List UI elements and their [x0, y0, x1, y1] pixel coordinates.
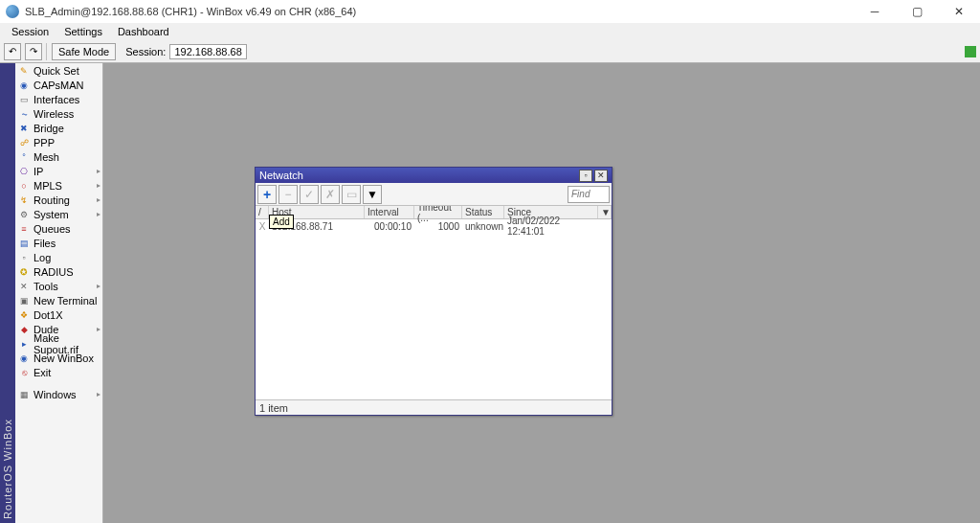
sidebar-item-make-supout-rif[interactable]: ▸Make Supout.rif: [15, 336, 102, 351]
sidebar-item-label: Exit: [33, 367, 51, 378]
menu-settings[interactable]: Settings: [56, 24, 110, 39]
col-timeout[interactable]: Timeout (...: [414, 206, 462, 218]
close-button[interactable]: ✕: [938, 0, 980, 23]
os-titlebar: SLB_Admin@192.168.88.68 (CHR1) - WinBox …: [0, 0, 980, 23]
enable-button[interactable]: ✓: [300, 185, 319, 204]
app-toolbar: ↶ ↷ Safe Mode Session: 192.168.88.68: [0, 40, 980, 63]
netwatch-window: Netwatch ▫ ✕ + − ✓ ✗ ▭ ▼ Add / Host I: [255, 167, 612, 416]
sidebar-item-label: Dot1X: [33, 309, 63, 321]
comment-button[interactable]: ▭: [342, 185, 361, 204]
netwatch-title: Netwatch: [259, 170, 577, 181]
sidebar-item-label: Wireless: [33, 108, 74, 120]
filter-button[interactable]: ▼: [363, 185, 382, 204]
sidebar-item-label: Log: [33, 252, 51, 263]
sidebar-item-exit[interactable]: ⎋Exit: [15, 365, 102, 379]
col-status[interactable]: Status: [462, 206, 504, 218]
sidebar-item-mpls[interactable]: ○MPLS▸: [15, 178, 102, 193]
log-icon: ▫: [18, 252, 30, 263]
disable-button[interactable]: ✗: [321, 185, 340, 204]
mpls-icon: ○: [18, 180, 30, 192]
menu-dashboard[interactable]: Dashboard: [110, 24, 177, 39]
sidebar-item-system[interactable]: ⚙System▸: [15, 207, 102, 221]
sidebar-item-label: Routing: [33, 194, 70, 206]
cell-flag: X: [256, 219, 269, 233]
sidebar-item-new-winbox[interactable]: ◉New WinBox: [15, 351, 102, 365]
sidebar-item-label: RADIUS: [33, 266, 74, 278]
add-button[interactable]: +: [257, 185, 277, 204]
submenu-arrow-icon: ▸: [97, 282, 100, 290]
cell-timeout: 1000: [414, 219, 462, 233]
netwatch-minimize-button[interactable]: ▫: [579, 170, 592, 182]
mesh-icon: °: [18, 151, 30, 163]
sidebar-item-routing[interactable]: ↯Routing▸: [15, 193, 102, 207]
ppp-icon: ☍: [18, 137, 30, 148]
sidebar-item-label: New Terminal: [33, 295, 97, 307]
workspace: Netwatch ▫ ✕ + − ✓ ✗ ▭ ▼ Add / Host I: [103, 63, 980, 523]
queues-icon: ≡: [18, 223, 30, 235]
sidebar-item-windows[interactable]: ▦ Windows ▸: [15, 387, 102, 401]
ip-icon: ⎔: [18, 166, 30, 177]
netwatch-toolbar: + − ✓ ✗ ▭ ▼: [256, 183, 612, 206]
col-interval[interactable]: Interval: [365, 206, 414, 218]
tools-icon: ✕: [18, 281, 30, 292]
netwatch-close-button[interactable]: ✕: [594, 170, 608, 182]
sidebar-item-ip[interactable]: ⎔IP▸: [15, 164, 102, 178]
netwatch-statusbar: 1 item: [256, 399, 612, 415]
sidebar-item-radius[interactable]: ✪RADIUS: [15, 264, 102, 279]
undo-button[interactable]: ↶: [4, 43, 21, 60]
sidebar-item-log[interactable]: ▫Log: [15, 250, 102, 264]
sidebar-item-dot1x[interactable]: ❖Dot1X: [15, 307, 102, 322]
sidebar-item-label: New WinBox: [33, 352, 94, 364]
sidebar-item-label: Tools: [33, 281, 58, 292]
session-label: Session:: [125, 46, 166, 57]
connection-flag-icon: [965, 46, 976, 57]
sidebar-item-queues[interactable]: ≡Queues: [15, 221, 102, 236]
redo-button[interactable]: ↷: [25, 43, 42, 60]
safe-mode-button[interactable]: Safe Mode: [52, 43, 116, 60]
sidebar-item-label: System: [33, 209, 69, 220]
sidebar-item-files[interactable]: ▤Files: [15, 236, 102, 250]
separator: [46, 43, 48, 60]
radius-icon: ✪: [18, 266, 30, 278]
sidebar-item-label: Mesh: [33, 151, 59, 163]
table-row[interactable]: X 192.168.88.71 00:00:10 1000 unknown Ja…: [256, 219, 612, 233]
session-value: 192.168.88.68: [169, 44, 246, 59]
netwatch-body: / Host Interval Timeout (... Status Sinc…: [256, 206, 612, 399]
find-input[interactable]: [568, 186, 610, 203]
sidebar-item-label: MPLS: [33, 180, 62, 192]
maximize-button[interactable]: ▢: [896, 0, 938, 23]
sidebar-item-interfaces[interactable]: ▭Interfaces: [15, 92, 102, 106]
sidebar-item-mesh[interactable]: °Mesh: [15, 149, 102, 164]
brand-bar: RouterOS WinBox: [0, 63, 15, 523]
remove-button[interactable]: −: [278, 185, 298, 204]
sidebar-item-label: Windows: [33, 389, 77, 400]
sidebar-item-bridge[interactable]: ✖Bridge: [15, 121, 102, 135]
menu-session[interactable]: Session: [4, 24, 56, 39]
sidebar-item-quick-set[interactable]: ✎Quick Set: [15, 63, 102, 78]
col-dropdown[interactable]: ▼: [598, 206, 612, 218]
sidebar-item-new-terminal[interactable]: ▣New Terminal: [15, 293, 102, 307]
sidebar-item-ppp[interactable]: ☍PPP: [15, 135, 102, 149]
window-title: SLB_Admin@192.168.88.68 (CHR1) - WinBox …: [25, 6, 356, 17]
sidebar-item-tools[interactable]: ✕Tools▸: [15, 279, 102, 293]
sidebar-item-label: PPP: [33, 137, 55, 148]
sidebar-item-capsman[interactable]: ◉CAPsMAN: [15, 78, 102, 92]
netwatch-titlebar[interactable]: Netwatch ▫ ✕: [256, 168, 612, 183]
submenu-arrow-icon: ▸: [97, 195, 100, 204]
interfaces-icon: ▭: [18, 94, 30, 105]
quick-set-icon: ✎: [18, 65, 30, 77]
sidebar: ✎Quick Set◉CAPsMAN▭Interfaces⏦Wireless✖B…: [15, 63, 103, 523]
submenu-arrow-icon: ▸: [97, 181, 100, 190]
dot1x-icon: ❖: [18, 309, 30, 321]
capsman-icon: ◉: [18, 80, 30, 91]
exit-icon: ⎋: [18, 367, 30, 378]
add-tooltip: Add: [269, 215, 294, 229]
submenu-arrow-icon: ▸: [97, 210, 100, 218]
new-terminal-icon: ▣: [18, 295, 30, 307]
minimize-button[interactable]: ─: [854, 0, 896, 23]
col-flag[interactable]: /: [256, 206, 269, 218]
sidebar-item-wireless[interactable]: ⏦Wireless: [15, 106, 102, 121]
sidebar-item-label: Bridge: [33, 123, 64, 134]
app-menu: Session Settings Dashboard: [0, 23, 980, 40]
make-supout-rif-icon: ▸: [18, 338, 30, 350]
